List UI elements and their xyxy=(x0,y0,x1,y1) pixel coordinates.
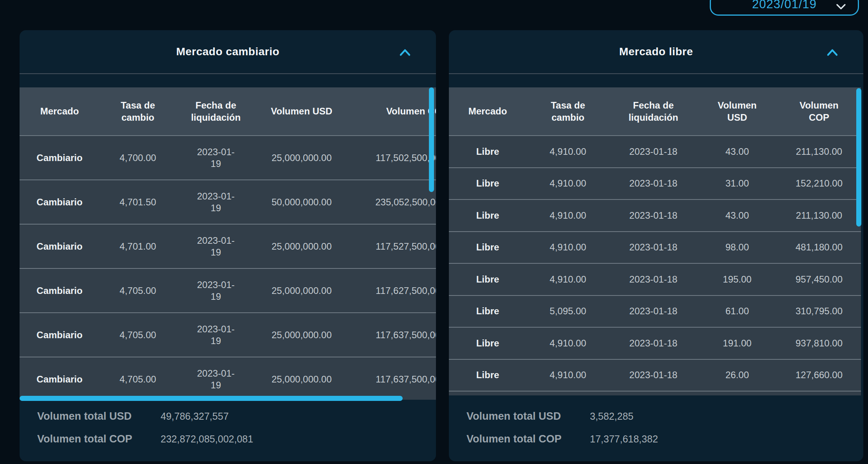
cell-volumen-usd: 25,000,000.00 xyxy=(255,329,348,341)
cell-volumen-cop: 152,210.00 xyxy=(777,178,861,189)
cell-fecha: 2023-01-18 xyxy=(609,178,697,189)
table-row: Cambiario 4,701.00 2023-01-19 25,000,000… xyxy=(20,224,436,268)
cell-mercado: Cambiario xyxy=(20,373,99,385)
totals-section: Volumen total USD 3,582,285 Volumen tota… xyxy=(467,408,658,447)
cell-mercado: Cambiario xyxy=(20,241,99,252)
collapse-button[interactable] xyxy=(398,48,412,58)
cell-tasa: 4,705.00 xyxy=(99,373,176,385)
total-cop-row: Volumen total COP 232,872,085,002,081 xyxy=(37,431,253,447)
table-row: Libre 4,910.00 2023-01-18 43.00 211,130.… xyxy=(449,135,861,167)
panel-title: Mercado cambiario xyxy=(176,45,280,58)
cell-fecha: 2023-01-18 xyxy=(609,369,697,381)
table-row-clipped xyxy=(449,391,861,395)
total-usd-label: Volumen total USD xyxy=(37,410,161,422)
table-row: Libre 4,910.00 2023-01-18 43.00 211,130.… xyxy=(449,199,861,231)
cell-tasa: 4,910.00 xyxy=(526,178,609,189)
cell-volumen-cop: 481,180.00 xyxy=(777,241,861,253)
cell-volumen-cop: 957,450.00 xyxy=(777,274,861,285)
collapse-button[interactable] xyxy=(826,48,839,58)
cell-volumen-usd: 61.00 xyxy=(697,305,777,317)
cell-mercado: Libre xyxy=(449,210,526,221)
cell-volumen-cop: 117,637,500,000.00 xyxy=(348,329,436,341)
cell-fecha: 2023-01-19 xyxy=(176,323,255,347)
table-row: Libre 4,910.00 2023-01-18 98.00 481,180.… xyxy=(449,231,861,263)
cell-volumen-cop: 117,637,500,000.00 xyxy=(348,373,436,385)
column-header-volumen-cop: Volumen COP xyxy=(777,99,861,123)
cell-fecha: 2023-01-18 xyxy=(609,337,697,349)
cell-fecha: 2023-01-18 xyxy=(609,146,697,158)
cell-volumen-cop: 211,130.00 xyxy=(777,210,861,221)
vertical-scrollbar[interactable] xyxy=(856,88,861,227)
cell-tasa: 4,910.00 xyxy=(526,274,609,285)
cell-volumen-cop: 117,527,500,000.00 xyxy=(348,241,436,252)
cell-mercado: Libre xyxy=(449,369,526,381)
total-usd-row: Volumen total USD 49,786,327,557 xyxy=(37,408,253,424)
cell-volumen-usd: 31.00 xyxy=(697,178,777,189)
panel-header[interactable]: Mercado cambiario xyxy=(20,30,436,74)
panel-mercado-cambiario: Mercado cambiario Mercado Tasa de cambio… xyxy=(20,30,436,461)
libre-table: Mercado Tasa de cambio Fecha de liquidac… xyxy=(449,87,863,395)
cell-mercado: Libre xyxy=(449,274,526,285)
cell-mercado: Cambiario xyxy=(20,285,99,297)
table-row: Libre 4,910.00 2023-01-18 195.00 957,450… xyxy=(449,263,861,295)
total-cop-label: Volumen total COP xyxy=(467,433,590,445)
total-cop-value: 17,377,618,382 xyxy=(590,433,658,445)
table-row: Libre 4,910.00 2023-01-18 31.00 152,210.… xyxy=(449,167,861,199)
column-header-mercado: Mercado xyxy=(449,105,526,117)
table-row: Cambiario 4,700.00 2023-01-19 25,000,000… xyxy=(20,135,436,179)
cell-volumen-usd: 25,000,000.00 xyxy=(255,373,348,385)
cell-volumen-cop: 937,810.00 xyxy=(777,337,861,349)
cell-volumen-usd: 50,000,000.00 xyxy=(255,196,348,208)
cell-mercado: Libre xyxy=(449,241,526,253)
cell-tasa: 4,910.00 xyxy=(526,210,609,221)
totals-section: Volumen total USD 49,786,327,557 Volumen… xyxy=(37,408,253,447)
cell-volumen-cop: 117,502,500,000.00 xyxy=(348,152,436,164)
cell-tasa: 4,910.00 xyxy=(526,146,609,158)
cell-fecha: 2023-01-18 xyxy=(609,210,697,221)
column-header-mercado: Mercado xyxy=(20,105,99,117)
chevron-down-icon xyxy=(836,4,846,11)
cell-mercado: Cambiario xyxy=(20,329,99,341)
cell-fecha: 2023-01-19 xyxy=(176,190,255,214)
cell-volumen-usd: 195.00 xyxy=(697,274,777,285)
table-row: Cambiario 4,705.00 2023-01-19 25,000,000… xyxy=(20,312,436,357)
table-row: Cambiario 4,705.00 2023-01-19 25,000,000… xyxy=(20,357,436,400)
cell-tasa: 4,705.00 xyxy=(99,285,176,297)
date-picker[interactable]: 2023/01/19 xyxy=(710,0,859,16)
total-cop-value: 232,872,085,002,081 xyxy=(161,433,253,445)
cell-tasa: 4,705.00 xyxy=(99,329,176,341)
cell-volumen-usd: 26.00 xyxy=(697,369,777,381)
table-row: Cambiario 4,705.00 2023-01-19 25,000,000… xyxy=(20,268,436,312)
cell-volumen-cop: 127,660.00 xyxy=(777,369,861,381)
panel-mercado-libre: Mercado libre Mercado Tasa de cambio Fec… xyxy=(449,30,863,461)
table-row: Libre 5,095.00 2023-01-18 61.00 310,795.… xyxy=(449,295,861,327)
chevron-up-icon xyxy=(399,52,411,58)
cell-volumen-usd: 191.00 xyxy=(697,337,777,349)
vertical-scrollbar[interactable] xyxy=(429,87,434,192)
cell-volumen-usd: 25,000,000.00 xyxy=(255,285,348,297)
horizontal-scrollbar[interactable] xyxy=(20,396,403,401)
table-header-row: Mercado Tasa de cambio Fecha de liquidac… xyxy=(20,87,436,135)
cell-fecha: 2023-01-18 xyxy=(609,241,697,253)
cell-fecha: 2023-01-18 xyxy=(609,305,697,317)
panel-header[interactable]: Mercado libre xyxy=(449,30,863,74)
cell-volumen-cop: 211,130.00 xyxy=(777,146,861,158)
table-row: Libre 4,910.00 2023-01-18 191.00 937,810… xyxy=(449,327,861,359)
table-row: Libre 4,910.00 2023-01-18 26.00 127,660.… xyxy=(449,359,861,391)
column-header-fecha: Fecha de liquidación xyxy=(176,99,255,123)
cell-tasa: 5,095.00 xyxy=(526,305,609,317)
table-header-row: Mercado Tasa de cambio Fecha de liquidac… xyxy=(449,87,861,135)
total-usd-value: 3,582,285 xyxy=(590,411,633,422)
total-cop-row: Volumen total COP 17,377,618,382 xyxy=(467,431,658,447)
column-header-fecha: Fecha de liquidación xyxy=(609,99,697,123)
cell-fecha: 2023-01-18 xyxy=(609,274,697,285)
cell-tasa: 4,700.00 xyxy=(99,152,176,164)
column-header-tasa: Tasa de cambio xyxy=(526,99,609,123)
cambiario-table: Mercado Tasa de cambio Fecha de liquidac… xyxy=(20,87,436,400)
cell-tasa: 4,910.00 xyxy=(526,369,609,381)
cell-mercado: Cambiario xyxy=(20,152,99,164)
cell-tasa: 4,701.00 xyxy=(99,241,176,252)
cell-volumen-cop: 235,052,500,000.00 xyxy=(348,196,436,208)
cell-mercado: Cambiario xyxy=(20,196,99,208)
cell-volumen-usd: 43.00 xyxy=(697,210,777,221)
